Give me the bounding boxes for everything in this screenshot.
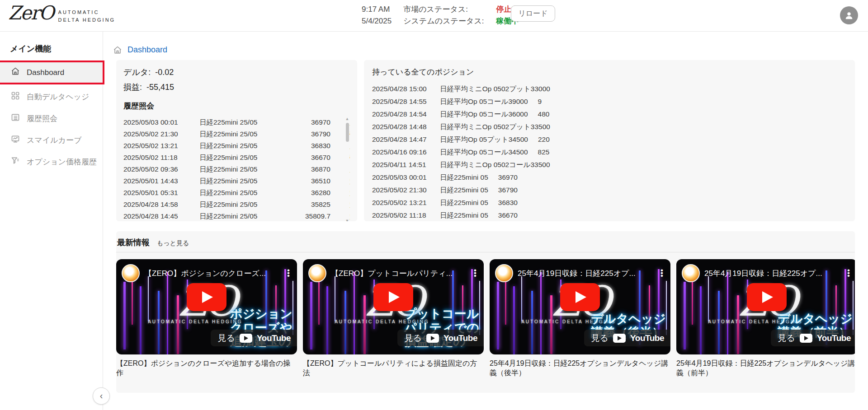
youtube-icon [240, 334, 252, 343]
video-menu-icon[interactable]: ••• [285, 269, 292, 277]
position-name-cell: 日経平均ミニOp 0502コール33500 [440, 158, 847, 171]
video-card[interactable]: ZO AUTOMATIC DELTA HEDGING 【ZERO】プットコールパ… [303, 259, 484, 378]
position-name: 日経平均Op 05コール34500 [440, 148, 528, 156]
sidebar-item[interactable]: 自動デルタヘッジ [0, 86, 103, 107]
watch-on-youtube-bar[interactable]: 見る YouTube [211, 330, 297, 346]
option-price-history-icon [11, 156, 20, 168]
video-card-top: 【ZERO】ポジションのクローズ... ••• [116, 259, 297, 282]
history-scrollbar[interactable]: ▲ ▼ [344, 116, 350, 221]
video-card[interactable]: ZO AUTOMATIC DELTA HEDGING 25年4月19日収録：日経… [676, 259, 855, 378]
youtube-play-button[interactable] [187, 283, 226, 311]
user-avatar[interactable] [840, 6, 858, 24]
video-menu-icon[interactable]: ••• [472, 269, 478, 277]
app-logo: ZerO AUTOMATIC DELTA HEDGING [8, 2, 115, 24]
video-thumbnail[interactable]: ZO AUTOMATIC DELTA HEDGING 【ZERO】ポジションのク… [116, 259, 297, 354]
sidebar-item[interactable]: オプション価格履歴 [0, 151, 103, 172]
position-datetime: 2025/04/28 14:48 [372, 121, 440, 133]
sidebar-item-label: 履歴照会 [27, 113, 57, 124]
zero-logo-subtitle: AUTOMATIC DELTA HEDGING [148, 319, 242, 324]
person-icon [844, 10, 854, 20]
position-qty: 220 [538, 135, 550, 143]
scroll-down-icon[interactable]: ▼ [345, 219, 349, 221]
news-panel: 最新情報 もっと見る ZO AUTOMATIC DELTA HEDGING 【Z… [116, 231, 855, 393]
position-name-cell: 日経平均ミニOp 0502プット33000 [440, 83, 847, 95]
video-caption: 25年4月19日収録：日経225オプションデルタヘッジ講義（後半） [490, 359, 670, 378]
video-title: 25年4月19日収録：日経225オプ... [704, 268, 841, 279]
current-time: 9:17 AM [362, 4, 392, 15]
position-name-cell: 日経225mini 0536970 [440, 171, 847, 184]
video-card[interactable]: ZO AUTOMATIC DELTA HEDGING 25年4月19日収録：日経… [490, 259, 670, 378]
history-heading: 履歴照会 [123, 101, 350, 111]
pnl-stat: 損益: -55,415 [123, 82, 350, 93]
position-qty: 36830 [498, 199, 518, 206]
video-card[interactable]: ZO AUTOMATIC DELTA HEDGING 【ZERO】ポジションのク… [116, 259, 297, 378]
position-name-cell: 日経225mini 0536790 [440, 184, 847, 196]
history-row: 2025/05/01 05:31 日経225mini 25/05 36280 買… [123, 187, 344, 199]
video-menu-icon[interactable]: ••• [659, 269, 665, 277]
history-row: 2025/05/02 11:18 日経225mini 25/05 36670 売… [123, 152, 344, 163]
positions-table[interactable]: 2025/04/28 15:00 日経平均ミニOp 0502プット33000 2… [372, 83, 847, 221]
sidebar-item[interactable]: Dashboard [0, 62, 103, 83]
history-row: 2025/05/01 14:43 日経225mini 25/05 36510 買… [123, 175, 344, 187]
video-caption: 【ZERO】プットコールパリティによる損益固定の方法 [303, 359, 483, 378]
history-price: 35809.7 [295, 210, 330, 221]
youtube-wordmark: YouTube [257, 333, 291, 343]
watch-on-youtube-bar[interactable]: 見る YouTube [397, 330, 484, 346]
market-status-label: 市場のステータス: [403, 4, 496, 15]
channel-avatar[interactable] [122, 264, 140, 282]
position-row: 2025/05/02 11:18 日経225mini 0536670 [372, 209, 847, 221]
sidebar-item[interactable]: 履歴照会 [0, 108, 103, 129]
video-thumbnail[interactable]: ZO AUTOMATIC DELTA HEDGING 25年4月19日収録：日経… [676, 259, 855, 354]
position-row: 2025/04/28 15:00 日経平均ミニOp 0502プット33000 [372, 83, 847, 95]
history-table[interactable]: 2025/05/03 00:01 日経225mini 25/05 36970 買… [123, 116, 350, 221]
youtube-play-button[interactable] [747, 283, 787, 311]
video-card-top: 【ZERO】プットコールパリティ... ••• [303, 259, 484, 282]
position-name: 日経平均ミニOp 0502プット33500 [440, 123, 550, 130]
watch-on-youtube-bar[interactable]: 見る YouTube [584, 330, 670, 346]
position-name: 日経平均ミニOp 0502プット33000 [440, 85, 550, 93]
sidebar-item[interactable]: スマイルカーブ [0, 130, 103, 150]
sidebar-collapse-button[interactable]: ‹ [93, 387, 110, 405]
position-name-cell: 日経平均ミニOp 0502プット33500 [440, 121, 847, 133]
position-name: 日経225mini 05 [440, 186, 488, 194]
sidebar-item-label: Dashboard [27, 68, 64, 77]
position-name: 日経225mini 05 [440, 211, 488, 219]
position-row: 2025/04/28 14:54 日経平均Op 05コール36000480 [372, 108, 847, 121]
video-thumbnail[interactable]: ZO AUTOMATIC DELTA HEDGING 【ZERO】プットコールパ… [303, 259, 484, 354]
youtube-play-button[interactable] [560, 283, 600, 311]
header-status-area: 9:17 AM 5/4/2025 市場のステータス: 停止中 システムのステータ… [362, 4, 519, 28]
position-name: 日経225mini 05 [440, 199, 488, 206]
history-row: 2025/04/28 14:45 日経225mini 25/05 35809.7… [123, 210, 344, 221]
scrollbar-thumb[interactable] [346, 123, 349, 142]
news-heading: 最新情報 [117, 237, 150, 248]
reload-button[interactable]: リロード [511, 5, 555, 22]
sidebar: メイン機能 Dashboard 自動デルタヘッジ 履歴照会 スマイルカーブ [0, 32, 103, 410]
news-header: 最新情報 もっと見る [116, 231, 855, 252]
watch-label: 見る [405, 332, 422, 344]
pnl-value: -55,415 [146, 83, 174, 92]
home-icon [113, 46, 122, 55]
video-card-top: 25年4月19日収録：日経225オプ... ••• [676, 259, 855, 282]
see-more-link[interactable]: もっと見る [157, 239, 189, 247]
video-thumbnail[interactable]: ZO AUTOMATIC DELTA HEDGING 25年4月19日収録：日経… [490, 259, 670, 354]
youtube-play-button[interactable] [373, 283, 413, 311]
system-status-label: システムのステータス: [403, 15, 496, 27]
breadcrumb-dashboard-link[interactable]: Dashboard [127, 45, 167, 55]
channel-avatar[interactable] [308, 264, 326, 282]
channel-avatar[interactable] [495, 264, 513, 282]
watch-on-youtube-bar[interactable]: 見る YouTube [771, 330, 855, 346]
current-date: 5/4/2025 [362, 15, 392, 27]
position-row: 2025/04/28 14:47 日経平均Op 05プット34500220 [372, 133, 847, 146]
delta-value: -0.02 [155, 68, 174, 77]
youtube-wordmark: YouTube [817, 333, 851, 343]
position-name: 日経平均Op 05コール39000 [440, 98, 528, 105]
position-name: 日経平均Op 05プット34500 [440, 135, 528, 143]
delta-stat: デルタ: -0.02 [123, 67, 350, 78]
video-title: 【ZERO】ポジションのクローズ... [144, 268, 281, 279]
position-datetime: 2025/04/28 14:55 [372, 95, 440, 108]
channel-avatar[interactable] [682, 264, 700, 282]
video-menu-icon[interactable]: ••• [845, 269, 852, 277]
scroll-up-icon[interactable]: ▲ [345, 116, 349, 121]
youtube-wordmark: YouTube [630, 333, 664, 343]
position-datetime: 2025/05/02 11:18 [372, 209, 440, 221]
